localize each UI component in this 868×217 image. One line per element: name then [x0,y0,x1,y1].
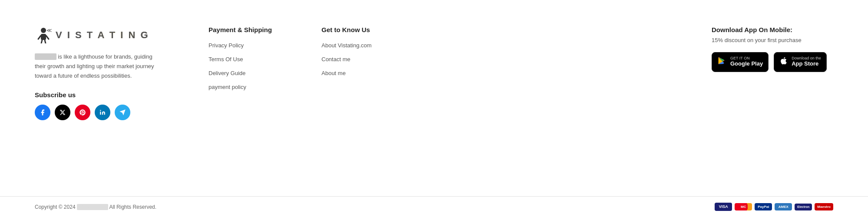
download-discount: 15% discount on your first purchase [712,37,833,43]
app-store-main: App Store [792,60,821,68]
brand-logo: ≪ V I S T A T I N G [35,26,182,43]
terms-of-use-link[interactable]: Terms Of Use [209,56,243,62]
maestro-icon: Maestro [815,203,833,210]
get-to-know-title: Get to Know Us [321,26,408,33]
company-name-blurred: Vistating.com [77,204,108,210]
social-facebook-icon[interactable] [35,105,50,120]
svg-text:≪: ≪ [46,27,52,33]
app-buttons-container: GET IT ON Google Play Download on the Ap… [712,52,833,72]
brand-description: Vistating is like a lighthouse for brand… [35,52,156,81]
payment-policy-link[interactable]: payment policy [209,84,246,90]
about-vistating-link[interactable]: About Vistating.com [321,42,371,49]
mastercard-icon: MC [735,203,752,210]
get-to-know-nav: Get to Know Us About Vistating.com Conta… [321,26,408,83]
get-to-know-list: About Vistating.com Contact me About me [321,41,408,77]
electron-icon: Electron [795,204,812,210]
google-play-main: Google Play [730,60,763,68]
brand-name: V I S T A T I N G [56,29,149,41]
social-icons-container [35,105,182,120]
apple-icon [779,56,788,68]
payment-shipping-list: Privacy Policy Terms Of Use Delivery Gui… [209,41,295,91]
svg-point-0 [41,28,46,33]
list-item: About me [321,69,408,77]
payment-shipping-title: Payment & Shipping [209,26,295,33]
svg-line-4 [41,40,42,43]
social-telegram-icon[interactable] [115,105,130,120]
visa-icon: VISA [715,203,732,211]
list-item: About Vistating.com [321,41,408,49]
copyright-text: Copyright © 2024 Vistating.com All Right… [35,204,156,210]
payment-icons: VISA MC PayPal AMEX Electron Maestro [715,203,833,211]
list-item: Terms Of Use [209,55,295,63]
google-play-sub: GET IT ON [730,56,763,60]
download-section: Download App On Mobile: 15% discount on … [712,26,833,72]
list-item: payment policy [209,83,295,91]
app-store-button[interactable]: Download on the App Store [774,52,827,72]
subscribe-label: Subscribe us [35,91,182,99]
brand-logo-icon: ≪ [35,26,52,43]
svg-line-5 [45,40,46,43]
svg-line-3 [46,36,49,39]
footer-bottom: Copyright © 2024 Vistating.com All Right… [0,196,868,217]
contact-me-link[interactable]: Contact me [321,56,350,62]
download-title: Download App On Mobile: [712,26,833,33]
list-item: Delivery Guide [209,69,295,77]
svg-point-7 [100,110,101,111]
footer-main: ≪ V I S T A T I N G Vistating is like a … [0,0,868,196]
google-play-button[interactable]: GET IT ON Google Play [712,52,769,72]
paypal-icon: PayPal [755,203,772,210]
delivery-guide-link[interactable]: Delivery Guide [209,70,245,76]
brand-name-inline: Vistating [35,53,56,60]
google-play-text: GET IT ON Google Play [730,56,763,68]
google-play-icon [717,56,727,68]
amex-icon: AMEX [775,203,792,210]
list-item: Privacy Policy [209,41,295,49]
app-store-text: Download on the App Store [792,56,821,68]
about-me-link[interactable]: About me [321,70,346,76]
social-linkedin-icon[interactable] [95,105,110,120]
list-item: Contact me [321,55,408,63]
app-store-sub: Download on the [792,56,821,60]
svg-rect-1 [41,34,46,40]
payment-shipping-nav: Payment & Shipping Privacy Policy Terms … [209,26,295,97]
footer-brand: ≪ V I S T A T I N G Vistating is like a … [35,26,182,120]
svg-line-2 [38,36,41,39]
social-x-icon[interactable] [55,105,70,120]
privacy-policy-link[interactable]: Privacy Policy [209,42,244,49]
social-pinterest-icon[interactable] [75,105,90,120]
